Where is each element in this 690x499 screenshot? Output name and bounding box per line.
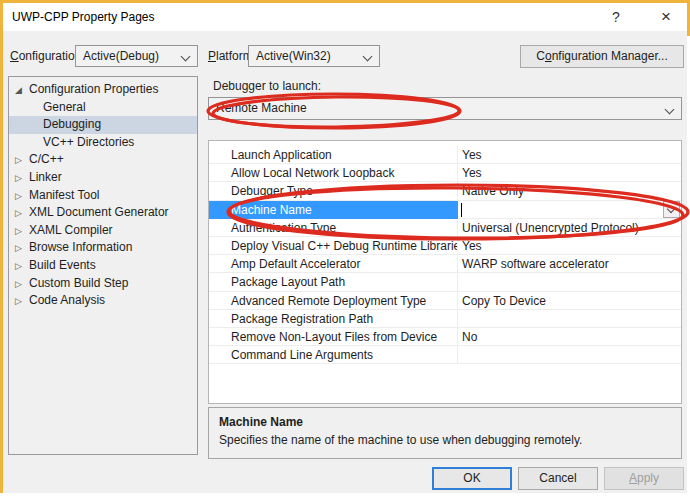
- configuration-select-value: Active(Debug): [83, 49, 159, 63]
- tree-item[interactable]: ▷Linker: [9, 169, 197, 187]
- property-row[interactable]: Amp Default Accelerator WARP software ac…: [209, 255, 681, 273]
- property-name-cell: Package Layout Path: [209, 273, 458, 291]
- configuration-select[interactable]: Active(Debug): [75, 45, 198, 67]
- property-value-text: Yes: [462, 239, 482, 253]
- help-button[interactable]: ?: [599, 3, 633, 31]
- configuration-tree: ◢Configuration Properties General Debugg…: [8, 76, 198, 455]
- property-row[interactable]: Package Registration Path: [209, 310, 681, 328]
- property-grid: Launch Application Yes Allow Local Netwo…: [208, 140, 682, 404]
- tree-item-label: General: [43, 100, 86, 114]
- configuration-manager-button[interactable]: Configuration Manager...: [520, 45, 684, 68]
- tree-expander-icon[interactable]: ▷: [15, 170, 29, 188]
- property-row[interactable]: Machine Name: [209, 201, 681, 219]
- property-value-cell[interactable]: Yes: [458, 237, 681, 255]
- chevron-down-icon: [363, 52, 373, 62]
- tree-expander-icon[interactable]: ▷: [15, 240, 29, 258]
- property-value-cell[interactable]: No: [458, 328, 681, 346]
- tree-expander-icon[interactable]: ▷: [15, 258, 29, 276]
- chevron-down-icon: [667, 204, 675, 212]
- tree-item-label: XAML Compiler: [29, 223, 113, 237]
- tree-expander-icon[interactable]: ▷: [15, 223, 29, 241]
- property-row[interactable]: Advanced Remote Deployment Type Copy To …: [209, 292, 681, 310]
- property-value-cell[interactable]: Copy To Device: [458, 292, 681, 310]
- property-name-cell: Machine Name: [209, 201, 458, 219]
- property-value-text: Universal (Unencrypted Protocol): [462, 221, 639, 235]
- tree-item[interactable]: ▷Browse Information: [9, 239, 197, 257]
- tree-expander-icon[interactable]: ▷: [15, 188, 29, 206]
- property-value-text: Copy To Device: [462, 294, 546, 308]
- tree-item-label: Manifest Tool: [29, 188, 99, 202]
- property-name-cell: Authentication Type: [209, 219, 458, 237]
- title-bar: UWP-CPP Property Pages ? ×: [3, 3, 687, 31]
- cancel-button[interactable]: Cancel: [518, 467, 598, 490]
- property-value-cell[interactable]: Yes: [458, 146, 681, 164]
- property-name-cell: Debugger Type: [209, 182, 458, 200]
- property-value-cell[interactable]: [458, 310, 681, 328]
- tree-item[interactable]: ▷Code Analysis: [9, 292, 197, 310]
- property-row[interactable]: Command Line Arguments: [209, 346, 681, 364]
- property-value-cell[interactable]: [458, 201, 681, 219]
- tree-item[interactable]: ▷Manifest Tool: [9, 187, 197, 205]
- property-row[interactable]: Debugger Type Native Only: [209, 182, 681, 200]
- property-row[interactable]: Authentication Type Universal (Unencrypt…: [209, 219, 681, 237]
- property-name-cell: Advanced Remote Deployment Type: [209, 292, 458, 310]
- tree-item-label: C/C++: [29, 152, 64, 166]
- property-value-cell[interactable]: Yes: [458, 164, 681, 182]
- tree-item[interactable]: ▷XAML Compiler: [9, 222, 197, 240]
- screenshot-highlight-border: [0, 0, 690, 3]
- property-value-text: Yes: [462, 166, 482, 180]
- property-value-cell[interactable]: [458, 273, 681, 291]
- tree-item-label: Custom Build Step: [29, 276, 128, 290]
- tree-item-label: Linker: [29, 170, 62, 184]
- tree-item[interactable]: ▷XML Document Generator: [9, 204, 197, 222]
- property-name-cell: Package Registration Path: [209, 310, 458, 328]
- tree-expander-icon[interactable]: ▷: [15, 293, 29, 311]
- property-name-cell: Amp Default Accelerator: [209, 255, 458, 273]
- tree-item[interactable]: Debugging: [9, 116, 197, 134]
- property-value-cell[interactable]: [458, 346, 681, 364]
- property-pages-dialog: UWP-CPP Property Pages ? × Configuration…: [3, 3, 687, 493]
- platform-select[interactable]: Active(Win32): [248, 45, 380, 67]
- description-text: Specifies the name of the machine to use…: [219, 433, 671, 447]
- debugger-combobox[interactable]: Remote Machine: [208, 97, 682, 120]
- configuration-label: Configuration:: [10, 45, 85, 67]
- tree-item[interactable]: General: [9, 99, 197, 117]
- tree-item[interactable]: ◢Configuration Properties: [9, 81, 197, 99]
- tree-item[interactable]: ▷Build Events: [9, 257, 197, 275]
- property-row[interactable]: Package Layout Path: [209, 273, 681, 291]
- tree-item-label: Code Analysis: [29, 293, 105, 307]
- property-value-text: WARP software accelerator: [462, 257, 609, 271]
- property-row[interactable]: Launch Application Yes: [209, 146, 681, 164]
- apply-button[interactable]: Apply: [604, 467, 684, 490]
- text-caret: [461, 203, 462, 217]
- property-name-cell: Command Line Arguments: [209, 346, 458, 364]
- tree-expander-icon[interactable]: ◢: [15, 82, 29, 100]
- property-row[interactable]: Remove Non-Layout Files from Device No: [209, 328, 681, 346]
- tree-item-label: Debugging: [43, 117, 101, 131]
- property-row[interactable]: Deploy Visual C++ Debug Runtime Librarie…: [209, 237, 681, 255]
- tree-item[interactable]: ▷C/C++: [9, 151, 197, 169]
- tree-expander-icon[interactable]: ▷: [15, 276, 29, 294]
- close-button[interactable]: ×: [649, 3, 683, 31]
- property-value-cell[interactable]: Universal (Unencrypted Protocol): [458, 219, 681, 237]
- property-name-cell: Remove Non-Layout Files from Device: [209, 328, 458, 346]
- ok-button[interactable]: OK: [432, 467, 512, 490]
- tree-item-label: VC++ Directories: [43, 135, 134, 149]
- window-title: UWP-CPP Property Pages: [12, 3, 155, 31]
- tree-expander-icon[interactable]: ▷: [15, 205, 29, 223]
- property-row[interactable]: Allow Local Network Loopback Yes: [209, 164, 681, 182]
- tree-item-label: XML Document Generator: [29, 205, 169, 219]
- value-dropdown-button[interactable]: [663, 201, 680, 218]
- tree-item-label: Configuration Properties: [29, 82, 158, 96]
- property-value-cell[interactable]: Native Only: [458, 182, 681, 200]
- chevron-down-icon: [665, 105, 675, 115]
- tree-item[interactable]: VC++ Directories: [9, 134, 197, 152]
- tree-item-label: Browse Information: [29, 240, 132, 254]
- property-value-text: Yes: [462, 148, 482, 162]
- tree-expander-icon[interactable]: ▷: [15, 152, 29, 170]
- property-value-cell[interactable]: WARP software accelerator: [458, 255, 681, 273]
- close-icon: ×: [661, 7, 671, 26]
- tree-item[interactable]: ▷Custom Build Step: [9, 275, 197, 293]
- chevron-down-icon: [181, 52, 191, 62]
- property-name-cell: Deploy Visual C++ Debug Runtime Librarie…: [209, 237, 458, 255]
